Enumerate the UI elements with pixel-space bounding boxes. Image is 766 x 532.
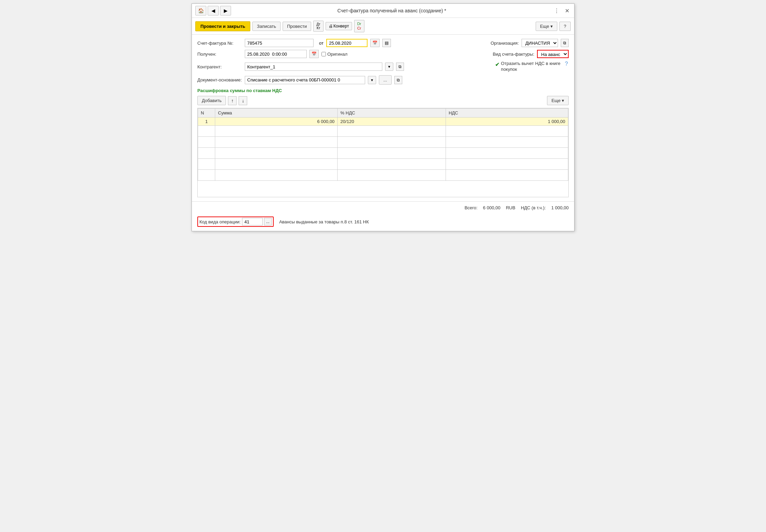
post-button[interactable]: Провести <box>283 22 311 31</box>
table-more-arrow: ▾ <box>562 98 564 103</box>
doc-input[interactable] <box>245 76 365 84</box>
title-bar: 🏠 ◀ ▶ Счет-фактура полученный на аванс (… <box>192 4 574 18</box>
op-code-box: Код вида операции: ... <box>197 217 274 227</box>
dr-label: Dr <box>357 22 361 26</box>
main-toolbar: Провести и закрыть Записать Провести ДтК… <box>192 18 574 35</box>
dt-kt-label: ДтКт <box>316 22 320 30</box>
kontragent-label: Контрагент: <box>197 64 242 69</box>
col-summa: Сумма <box>215 109 338 118</box>
window-title: Счет-фактура полученный на аванс (создан… <box>233 8 550 13</box>
cell-summa: 6 000,00 <box>215 118 338 126</box>
doc-dots-button[interactable]: ... <box>379 75 392 85</box>
vid-select[interactable]: На аванс <box>537 50 569 58</box>
op-code-label: Код вида операции: <box>199 219 241 224</box>
convert-button[interactable]: 🖨 Конверт <box>326 22 352 30</box>
save-button[interactable]: Записать <box>252 22 281 31</box>
org-label: Организация: <box>491 41 519 46</box>
received-label: Получен: <box>197 52 242 57</box>
main-window: 🏠 ◀ ▶ Счет-фактура полученный на аванс (… <box>192 3 574 231</box>
dt-kt-button[interactable]: ДтКт <box>313 21 323 32</box>
table-more-button[interactable]: Еще ▾ <box>547 96 569 105</box>
close-icon[interactable]: ✕ <box>563 7 571 15</box>
more-label: Еще <box>540 24 549 29</box>
table-container: N Сумма % НДС НДС 1 6 000,00 20/120 1 00… <box>197 108 569 197</box>
table-row[interactable]: 1 6 000,00 20/120 1 000,00 <box>198 118 568 126</box>
home-button[interactable]: 🏠 <box>195 6 206 15</box>
nds-check-label: Отразить вычет НДС в книге покупок <box>501 61 563 73</box>
printer-icon: 🖨 <box>329 24 333 29</box>
nds-total-label: НДС (в т.ч.): <box>521 205 546 210</box>
section-title: Расшифровка суммы по ставкам НДС <box>197 88 569 93</box>
table-row-empty3 <box>198 148 568 159</box>
col-pct-nds: % НДС <box>338 109 446 118</box>
nav-buttons: 🏠 ◀ ▶ <box>195 6 231 15</box>
invoice-label: Счет-фактура №: <box>197 41 242 46</box>
doc-row: Документ-основание: ▾ ... ⧉ <box>197 75 569 85</box>
cell-n: 1 <box>198 118 215 126</box>
total-value: 6 000,00 <box>483 205 501 210</box>
kontragent-input[interactable] <box>245 63 382 71</box>
cell-nds: 1 000,00 <box>446 118 568 126</box>
invoice-row: Счет-фактура №: от 📅 ▤ Организация: ДИНА… <box>197 39 569 47</box>
original-label: Оригинал <box>327 52 348 57</box>
total-label: Всего: <box>464 205 478 210</box>
form-area: Счет-фактура №: от 📅 ▤ Организация: ДИНА… <box>192 35 574 201</box>
from-label: от <box>319 41 324 46</box>
help-button[interactable]: ? <box>559 22 571 31</box>
footer-totals: Всего: 6 000,00 RUB НДС (в т.ч.): 1 000,… <box>192 201 574 214</box>
op-code-description: Авансы выданные за товары п.8 ст. 161 НК <box>279 219 369 224</box>
vid-label: Вид счета-фактуры: <box>493 52 534 57</box>
copy-date-button[interactable]: ▤ <box>382 39 391 47</box>
up-button[interactable]: ↑ <box>228 96 237 105</box>
nds-check-row: ✔ Отразить вычет НДС в книге покупок ? <box>495 61 569 73</box>
down-button[interactable]: ↓ <box>239 96 247 105</box>
kontragent-dropdown[interactable]: ▾ <box>385 63 393 71</box>
nds-help-button[interactable]: ? <box>564 61 569 67</box>
menu-dots-icon[interactable]: ⋮ <box>552 7 561 15</box>
invoice-no-input[interactable] <box>245 39 314 47</box>
org-select[interactable]: ДИНАСТИЯ <box>522 39 558 47</box>
received-date-input[interactable] <box>245 50 307 58</box>
title-icons: ⋮ ✕ <box>552 7 571 15</box>
table-row-empty1 <box>198 126 568 137</box>
kontragent-row: Контрагент: ▾ ⧉ ✔ Отразить вычет НДС в к… <box>197 61 569 73</box>
op-code-row: Код вида операции: ... Авансы выданные з… <box>192 214 574 231</box>
dr-cr-button[interactable]: Dr Cr <box>354 20 364 32</box>
post-close-button[interactable]: Провести и закрыть <box>195 21 250 31</box>
convert-label: Конверт <box>333 24 349 29</box>
kontragent-copy-button[interactable]: ⧉ <box>396 63 404 71</box>
received-row: Получен: 📅 Оригинал Вид счета-фактуры: Н… <box>197 50 569 58</box>
doc-copy-button[interactable]: ⧉ <box>394 76 402 84</box>
forward-button[interactable]: ▶ <box>220 6 231 15</box>
op-code-input[interactable] <box>242 218 263 225</box>
table-row-empty5 <box>198 170 568 181</box>
table-row-empty2 <box>198 137 568 148</box>
sub-toolbar: Добавить ↑ ↓ Еще ▾ <box>197 96 569 105</box>
col-n: N <box>198 109 215 118</box>
doc-label: Документ-основание: <box>197 77 242 82</box>
currency: RUB <box>506 205 515 210</box>
received-calendar-button[interactable]: 📅 <box>309 50 319 58</box>
org-copy-button[interactable]: ⧉ <box>561 39 569 47</box>
calendar-button[interactable]: 📅 <box>370 39 380 47</box>
doc-dropdown[interactable]: ▾ <box>368 76 376 84</box>
cr-label: Cr <box>357 26 361 30</box>
table-row-empty4 <box>198 159 568 170</box>
col-nds: НДС <box>446 109 568 118</box>
table-more-label: Еще <box>551 98 560 103</box>
back-button[interactable]: ◀ <box>208 6 219 15</box>
original-checkbox[interactable] <box>321 52 326 56</box>
invoice-date-input[interactable] <box>326 39 368 47</box>
op-code-dots-button[interactable]: ... <box>264 218 272 225</box>
nds-total-value: 1 000,00 <box>551 205 569 210</box>
nds-table: N Сумма % НДС НДС 1 6 000,00 20/120 1 00… <box>198 108 568 181</box>
original-checkbox-label[interactable]: Оригинал <box>321 52 348 57</box>
add-button[interactable]: Добавить <box>197 96 226 105</box>
nds-checkmark-icon: ✔ <box>495 61 500 68</box>
more-arrow-icon: ▾ <box>550 24 553 29</box>
cell-pct: 20/120 <box>338 118 446 126</box>
more-button[interactable]: Еще ▾ <box>536 22 557 31</box>
